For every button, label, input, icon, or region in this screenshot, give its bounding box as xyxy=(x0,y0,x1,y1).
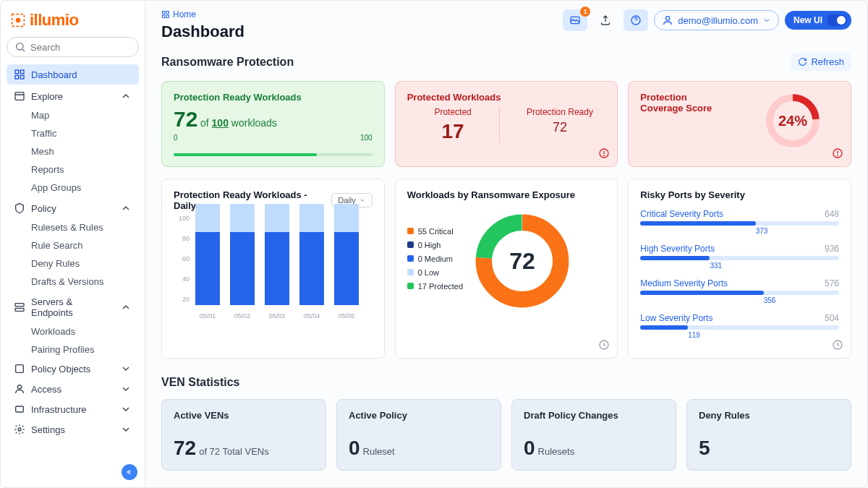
user-icon xyxy=(662,14,673,26)
breadcrumb[interactable]: Home xyxy=(161,9,563,20)
nav-dashboard[interactable]: Dashboard xyxy=(7,64,139,85)
refresh-label: Refresh xyxy=(811,56,844,67)
svg-point-2 xyxy=(17,43,23,50)
svg-rect-16 xyxy=(163,12,166,14)
search-box[interactable] xyxy=(7,37,139,57)
ven-card[interactable]: Active VENs72of 72 Total VENs xyxy=(161,399,326,471)
panel-title: Workloads by Ransomware Exposure xyxy=(407,189,606,200)
nav-app-groups[interactable]: App Groups xyxy=(7,179,139,197)
chevron-up-icon xyxy=(120,301,132,313)
ven-card[interactable]: Deny Rules5 xyxy=(686,399,851,471)
nav-policy-objects[interactable]: Policy Objects xyxy=(7,359,139,379)
export-icon xyxy=(600,14,611,26)
toggle-icon xyxy=(827,14,847,26)
nav-workloads[interactable]: Workloads xyxy=(7,322,139,341)
donut-chart: 72 xyxy=(472,210,573,312)
svg-rect-11 xyxy=(15,308,24,311)
breadcrumb-home: Home xyxy=(173,9,196,20)
panel-daily-chart: Protection Ready Workloads - Daily Daily… xyxy=(161,179,385,359)
ready-value: 72 xyxy=(514,120,606,135)
warning-icon xyxy=(598,147,610,159)
chevron-down-icon xyxy=(120,383,132,395)
search-input[interactable] xyxy=(30,42,152,53)
nav-settings[interactable]: Settings xyxy=(7,419,139,440)
question-icon xyxy=(630,14,642,26)
nav-map[interactable]: Map xyxy=(7,106,139,124)
ven-card[interactable]: Active Policy0Ruleset xyxy=(336,399,501,471)
protected-label: Protected xyxy=(407,107,499,117)
gear-icon xyxy=(14,424,25,435)
severity-row[interactable]: Critical Severity Ports648 373 xyxy=(640,209,839,235)
grid-icon xyxy=(14,69,25,80)
nav-mesh[interactable]: Mesh xyxy=(7,142,139,160)
nav-infrastructure[interactable]: Infrastructure xyxy=(7,399,139,419)
notification-badge: 1 xyxy=(580,7,590,17)
sidebar: illumio Dashboard Explore Map Traffic Me… xyxy=(1,1,145,487)
nav-label: Explore xyxy=(31,91,63,102)
chevron-up-icon xyxy=(120,90,132,102)
new-ui-label: New UI xyxy=(793,15,822,25)
warning-icon xyxy=(832,147,843,159)
ready-label: Protection Ready xyxy=(514,107,606,117)
search-icon xyxy=(14,41,26,53)
notification-button[interactable]: 1 xyxy=(563,9,587,31)
new-ui-toggle[interactable]: New UI xyxy=(785,11,851,30)
donut-legend: 55 Critical 0 High 0 Medium 0 Low 17 Pro… xyxy=(407,227,463,296)
refresh-button[interactable]: Refresh xyxy=(791,53,851,71)
nav-rule-search[interactable]: Rule Search xyxy=(7,236,139,254)
export-button[interactable] xyxy=(593,9,618,31)
svg-rect-12 xyxy=(16,365,24,373)
nav-deny-rules[interactable]: Deny Rules xyxy=(7,254,139,273)
logo[interactable]: illumio xyxy=(7,8,139,37)
help-button[interactable] xyxy=(624,9,648,31)
card-label: Protection Ready Workloads xyxy=(174,92,373,103)
panel-title: Risky Ports by Severity xyxy=(640,189,839,200)
chevron-left-icon xyxy=(126,468,133,476)
logo-icon xyxy=(11,13,25,27)
card-value: 72 xyxy=(174,107,197,131)
nav-explore[interactable]: Explore xyxy=(7,86,139,106)
clock-icon xyxy=(598,339,610,351)
nav-rulesets[interactable]: Rulesets & Rules xyxy=(7,218,139,236)
collapse-sidebar-button[interactable] xyxy=(122,464,137,480)
nav-pairing[interactable]: Pairing Profiles xyxy=(7,341,139,359)
servers-icon xyxy=(14,301,25,313)
nav-label: Settings xyxy=(31,424,65,435)
nav-label: Infrastructure xyxy=(31,404,87,415)
nav-access[interactable]: Access xyxy=(7,379,139,399)
svg-point-30 xyxy=(838,155,838,156)
chevron-up-icon xyxy=(120,202,132,214)
donut-center-value: 72 xyxy=(472,210,573,312)
user-menu[interactable]: demo@illumio.com xyxy=(654,10,779,30)
chevron-down-icon xyxy=(359,197,366,204)
nav-servers[interactable]: Servers & Endpoints xyxy=(7,292,139,322)
svg-rect-10 xyxy=(15,304,24,307)
refresh-icon xyxy=(798,57,807,67)
logo-text: illumio xyxy=(30,11,78,30)
chevron-down-icon xyxy=(120,363,132,374)
tag-icon xyxy=(14,363,25,374)
card-protected-workloads[interactable]: Protected Workloads Protected 17 Protect… xyxy=(395,81,618,167)
svg-rect-18 xyxy=(163,15,166,18)
ven-card[interactable]: Draft Policy Changes0Rulesets xyxy=(511,399,676,471)
svg-point-22 xyxy=(666,17,670,20)
image-icon xyxy=(569,14,581,26)
card-coverage-score[interactable]: Protection Coverage Score 24% xyxy=(628,81,851,167)
svg-point-1 xyxy=(16,18,21,23)
nav-reports[interactable]: Reports xyxy=(7,160,139,179)
nav-traffic[interactable]: Traffic xyxy=(7,124,139,142)
nav-drafts[interactable]: Drafts & Versions xyxy=(7,273,139,291)
severity-row[interactable]: Medium Severity Ports576 356 xyxy=(640,278,839,304)
svg-point-15 xyxy=(18,428,21,431)
card-protection-ready[interactable]: Protection Ready Workloads 72 of 100 wor… xyxy=(161,81,385,167)
svg-rect-4 xyxy=(15,70,19,74)
panel-exposure-donut: Workloads by Ransomware Exposure 55 Crit… xyxy=(395,179,618,359)
user-email: demo@illumio.com xyxy=(678,15,758,26)
severity-row[interactable]: Low Severity Ports504 119 xyxy=(640,313,839,339)
severity-row[interactable]: High Severity Ports936 331 xyxy=(640,244,839,270)
nav-label: Access xyxy=(31,384,61,395)
svg-rect-8 xyxy=(15,93,24,100)
nav-policy[interactable]: Policy xyxy=(7,198,139,218)
chevron-down-icon xyxy=(120,424,132,435)
section-title-ransomware: Ransomware Protection xyxy=(161,56,294,69)
